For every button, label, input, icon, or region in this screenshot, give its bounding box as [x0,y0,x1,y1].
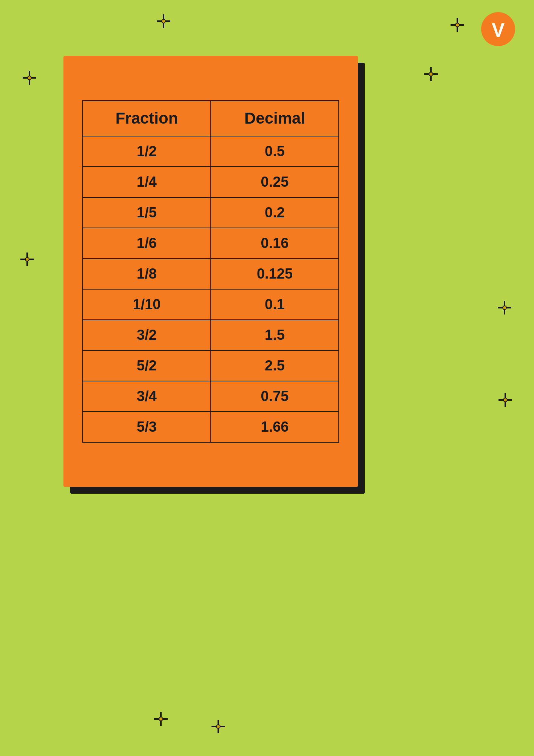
table-row: 1/40.25 [83,167,339,197]
logo-symbol: V [492,20,505,40]
decorative-cross-6 [498,301,511,314]
decorative-cross-1 [157,14,170,28]
table-row: 5/31.66 [83,412,339,442]
table-row: 1/100.1 [83,289,339,320]
decorative-cross-4 [424,67,438,81]
decimal-cell: 0.16 [211,228,339,259]
fraction-decimal-table: Fraction Decimal 1/20.51/40.251/50.21/60… [82,100,339,443]
decimal-column-header: Decimal [211,101,339,136]
logo: V [481,12,515,46]
table-row: 3/40.75 [83,381,339,412]
decimal-cell: 0.75 [211,381,339,412]
decimal-cell: 0.5 [211,136,339,167]
decorative-cross-9 [211,720,225,733]
fraction-cell: 5/2 [83,350,211,381]
table-row: 3/21.5 [83,320,339,350]
fraction-cell: 1/6 [83,228,211,259]
table-header-row: Fraction Decimal [83,101,339,136]
table-row: 1/20.5 [83,136,339,167]
fraction-cell: 1/4 [83,167,211,197]
decimal-cell: 0.25 [211,167,339,197]
fraction-cell: 1/10 [83,289,211,320]
fraction-cell: 5/3 [83,412,211,442]
decimal-cell: 2.5 [211,350,339,381]
decimal-cell: 1.66 [211,412,339,442]
decorative-cross-7 [499,393,512,407]
decorative-cross-8 [154,712,168,726]
decorative-cross-2 [451,18,464,32]
decimal-cell: 0.125 [211,259,339,289]
fraction-cell: 3/2 [83,320,211,350]
fraction-cell: 1/8 [83,259,211,289]
table-row: 1/50.2 [83,197,339,228]
fraction-column-header: Fraction [83,101,211,136]
decimal-cell: 0.2 [211,197,339,228]
decimal-cell: 1.5 [211,320,339,350]
main-card: Fraction Decimal 1/20.51/40.251/50.21/60… [63,56,358,487]
table-row: 5/22.5 [83,350,339,381]
fraction-cell: 3/4 [83,381,211,412]
decimal-cell: 0.1 [211,289,339,320]
fraction-cell: 1/5 [83,197,211,228]
fraction-cell: 1/2 [83,136,211,167]
table-row: 1/60.16 [83,228,339,259]
decorative-cross-5 [20,253,34,266]
decorative-cross-3 [23,71,36,85]
table-row: 1/80.125 [83,259,339,289]
